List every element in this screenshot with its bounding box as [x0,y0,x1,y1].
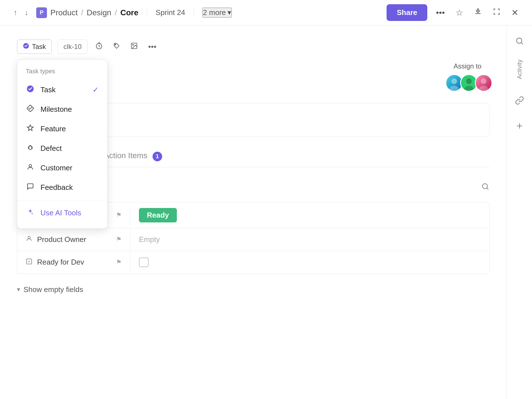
dropdown-defect-label: Defect [40,144,62,153]
close-button[interactable]: ✕ [509,5,521,20]
breadcrumb-sep-2: / [115,8,117,17]
svg-point-7 [29,146,32,150]
field-row-ready-for-dev: Ready for Dev ⚑ [17,251,489,274]
dropdown-item-customer[interactable]: Customer [17,158,107,178]
more-toolbar-icon[interactable]: ••• [146,40,158,53]
svg-point-10 [450,86,459,91]
feedback-icon [26,183,35,192]
main-layout: Task clk-10 [0,25,532,399]
task-type-dropdown: Task types Task ✓ [17,59,108,229]
dropdown-item-ai[interactable]: Use AI Tools [17,203,107,223]
dropdown-divider [17,200,107,200]
svg-point-13 [481,78,486,84]
dropdown-milestone-label: Milestone [40,105,72,114]
product-icon: P [36,7,47,18]
ai-sparkle-icon [26,208,35,218]
ready-for-dev-icon [26,258,33,267]
tab-action-items[interactable]: Action Items 1 [104,151,162,167]
add-icon[interactable] [512,119,527,133]
timer-icon[interactable] [93,40,105,54]
star-button[interactable]: ☆ [453,5,466,20]
nav-divider [147,8,147,17]
svg-point-11 [466,78,472,84]
right-sidebar: Activity [507,25,532,399]
activity-label: Activity [516,59,523,79]
top-nav: ↑ ↓ P Product / Design / Core Sprint 24 … [0,0,532,25]
chevron-down-icon: ▾ [228,8,231,17]
product-owner-pin-icon[interactable]: ⚑ [116,236,122,243]
product-owner-value: Empty [139,235,160,244]
svg-point-8 [29,164,32,167]
content-area: Task clk-10 [0,25,507,399]
svg-point-14 [479,86,488,91]
svg-point-22 [516,38,522,43]
svg-point-15 [482,184,488,189]
breadcrumb-sep-1: / [81,8,83,17]
download-button[interactable] [472,5,484,20]
svg-point-20 [28,236,30,239]
field-label-ready-for-dev: Ready for Dev ⚑ [17,252,130,272]
product-owner-icon [26,235,33,244]
link-icon[interactable] [512,93,527,108]
sprint-label[interactable]: Sprint 24 [156,8,185,17]
more-button[interactable]: 2 more ▾ [202,8,232,18]
checkmark-icon: ✓ [93,85,99,94]
dropdown-item-task[interactable]: Task ✓ [17,80,107,100]
breadcrumb-design[interactable]: Design [87,8,111,17]
nav-up-button[interactable]: ↑ [11,6,20,19]
field-row-product-owner: Product Owner ⚑ Empty [17,228,489,251]
product-owner-label: Product Owner [37,235,86,244]
task-check-icon [23,43,29,51]
dropdown-feature-label: Feature [40,125,66,133]
milestone-icon [26,105,35,114]
task-type-button[interactable]: Task [17,40,52,54]
dropdown-item-milestone[interactable]: Milestone [17,100,107,119]
svg-point-2 [115,44,116,45]
ready-for-dev-pin-icon[interactable]: ⚑ [116,259,122,266]
field-value-epd-status[interactable]: Ready [130,202,489,228]
assign-to-area: Assign to [445,62,490,92]
chevron-down-small-icon: ▾ [17,286,20,293]
breadcrumb-core[interactable]: Core [120,8,138,17]
action-items-badge: 1 [153,152,162,161]
dropdown-item-feedback[interactable]: Feedback [17,178,107,197]
activity-search-icon[interactable] [512,34,527,48]
dropdown-task-label: Task [40,85,55,94]
ready-for-dev-label: Ready for Dev [37,258,84,267]
customer-icon [26,163,35,173]
avatar-group [445,74,490,92]
task-type-icon [26,85,35,95]
more-label: 2 more [203,8,226,17]
ai-tools-label: Use AI Tools [40,209,81,217]
image-icon[interactable] [128,40,140,54]
field-value-product-owner[interactable]: Empty [130,229,489,250]
avatar-3[interactable] [475,74,492,92]
task-bar: Task clk-10 [17,40,490,54]
dropdown-feedback-label: Feedback [40,183,73,192]
svg-point-12 [464,86,473,91]
ready-for-dev-checkbox[interactable] [139,258,149,267]
nav-arrows: ↑ ↓ [11,6,31,19]
epd-status-badge[interactable]: Ready [139,208,177,222]
share-button[interactable]: Share [387,4,427,21]
field-label-product-owner: Product Owner ⚑ [17,229,130,250]
assign-to-label: Assign to [454,62,482,70]
breadcrumb-product[interactable]: Product [50,8,78,17]
dropdown-customer-label: Customer [40,164,72,172]
epd-pin-icon[interactable]: ⚑ [116,211,122,219]
nav-right: Share ••• ☆ ✕ [387,4,521,21]
custom-fields-search-button[interactable] [481,182,490,193]
show-empty-fields[interactable]: ▾ Show empty fields [17,282,490,297]
dropdown-item-defect[interactable]: Defect [17,139,107,158]
more-options-button[interactable]: ••• [434,6,447,20]
show-empty-label: Show empty fields [23,285,83,294]
dropdown-item-feature[interactable]: Feature [17,119,107,139]
task-id-badge: clk-10 [57,40,87,54]
nav-down-button[interactable]: ↓ [22,6,31,19]
resize-button[interactable] [490,5,503,20]
field-value-ready-for-dev[interactable] [130,252,489,273]
breadcrumb: P Product / Design / Core [36,7,138,18]
tag-icon[interactable] [111,40,123,54]
svg-point-4 [133,44,134,45]
tab-action-items-label: Action Items [104,151,147,160]
